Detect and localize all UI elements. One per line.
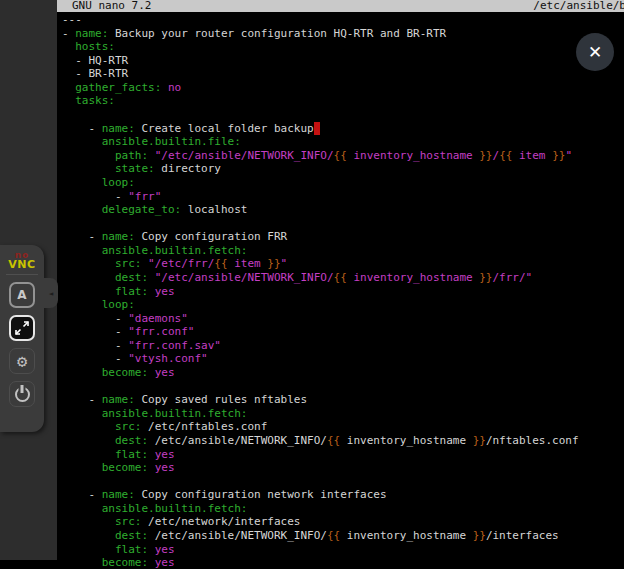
editor-line: loop: — [62, 298, 579, 312]
editor-line: flat: yes — [62, 448, 579, 462]
editor-line: ansible.builtin.fetch: — [62, 407, 579, 421]
keyboard-a-icon: A — [17, 288, 26, 302]
editor-line: loop: — [62, 176, 579, 190]
editor-line: - "frr.conf" — [62, 325, 579, 339]
novnc-logo: no VNC — [0, 245, 44, 269]
collapse-arrow-icon: ◄ — [49, 289, 54, 298]
editor-line: src: /etc/network/interfaces — [62, 515, 579, 529]
editor-line: flat: yes — [62, 285, 579, 299]
terminal-screen[interactable]: GNU nano 7.2 /etc/ansible/b ---- name: B… — [57, 0, 624, 569]
editor-line: state: directory — [62, 162, 579, 176]
editor-line: dest: "/etc/ansible/NETWORK_INFO/{{ inve… — [62, 271, 579, 285]
editor-line — [62, 475, 579, 489]
editor-line: - name: Backup your router configuration… — [62, 27, 579, 41]
editor-line: delegate_to: localhost — [62, 203, 579, 217]
editor-line: - name: Copy configuration network inter… — [62, 488, 579, 502]
editor-line: src: "/etc/frr/{{ item }}" — [62, 257, 579, 271]
text-cursor — [314, 122, 321, 135]
editor-line — [62, 380, 579, 394]
power-icon — [15, 387, 30, 402]
power-button[interactable] — [9, 381, 35, 407]
editor-line: become: yes — [62, 461, 579, 475]
editor-line: hosts: — [62, 40, 579, 54]
nano-header-bar: GNU nano 7.2 /etc/ansible/b — [57, 0, 624, 12]
editor-line: ansible.builtin.fetch: — [62, 502, 579, 516]
settings-button[interactable]: ⚙ — [9, 348, 35, 374]
close-icon: ✕ — [588, 42, 602, 62]
editor-line: ansible.builtin.file: — [62, 135, 579, 149]
toolbar-divider — [6, 274, 38, 275]
editor-line: gather_facts: no — [62, 81, 579, 95]
editor-line: --- — [62, 13, 579, 27]
nano-title: GNU nano 7.2 — [72, 0, 151, 12]
editor-line: dest: /etc/ansible/NETWORK_INFO/{{ inven… — [62, 434, 579, 448]
nano-filename: /etc/ansible/b — [533, 0, 624, 12]
editor-line: - "frr" — [62, 190, 579, 204]
gear-icon: ⚙ — [17, 351, 27, 371]
vnc-viewport: GNU nano 7.2 /etc/ansible/b ---- name: B… — [0, 0, 624, 569]
editor-line: - "daemons" — [62, 312, 579, 326]
editor-line: - HQ-RTR — [62, 54, 579, 68]
editor-line: - name: Copy saved rules nftables — [62, 393, 579, 407]
editor-line: - "frr.conf.sav" — [62, 339, 579, 353]
editor-content[interactable]: ---- name: Backup your router configurat… — [62, 13, 579, 569]
fullscreen-button[interactable] — [9, 315, 35, 341]
editor-line: tasks: — [62, 94, 579, 108]
close-button[interactable]: ✕ — [576, 33, 614, 71]
editor-line — [62, 108, 579, 122]
control-bar-handle[interactable]: ◄ — [44, 278, 58, 308]
editor-line: - BR-RTR — [62, 67, 579, 81]
novnc-logo-bottom: VNC — [0, 260, 44, 269]
editor-line: become: yes — [62, 556, 579, 569]
editor-line: ansible.builtin.fetch: — [62, 244, 579, 258]
editor-line: dest: /etc/ansible/NETWORK_INFO/{{ inven… — [62, 529, 579, 543]
editor-line: path: "/etc/ansible/NETWORK_INFO/{{ inve… — [62, 149, 579, 163]
editor-line: src: /etc/nftables.conf — [62, 420, 579, 434]
editor-line: become: yes — [62, 366, 579, 380]
editor-line: flat: yes — [62, 543, 579, 557]
editor-line: - "vtysh.conf" — [62, 352, 579, 366]
editor-line — [62, 217, 579, 231]
editor-line: - name: Copy configuration FRR — [62, 230, 579, 244]
fullscreen-icon — [14, 320, 30, 336]
editor-line: - name: Create local folder backup — [62, 122, 579, 136]
keyboard-button[interactable]: A — [9, 282, 35, 308]
vnc-control-bar: no VNC A ⚙ ◄ — [0, 245, 44, 432]
